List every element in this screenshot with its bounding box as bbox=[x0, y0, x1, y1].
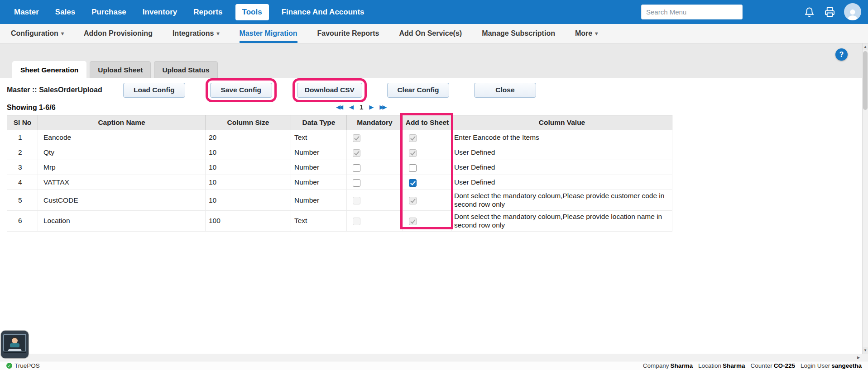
location-label: Location bbox=[698, 362, 721, 369]
table-row: 2 Qty 10 Number User Defined bbox=[7, 145, 672, 160]
header-caption-name: Caption Name bbox=[38, 115, 206, 130]
header-column-size: Column Size bbox=[206, 115, 291, 130]
truepos-taskbar-icon[interactable] bbox=[1, 331, 29, 358]
location-value: Sharma bbox=[723, 362, 745, 369]
columns-table: Sl No Caption Name Column Size Data Type… bbox=[7, 115, 672, 232]
horizontal-scrollbar[interactable]: ▶ bbox=[0, 354, 862, 361]
cell-column-value: Enter Eancode of the Items bbox=[452, 130, 672, 145]
nav-master[interactable]: Master bbox=[14, 8, 39, 17]
cell-column-size: 10 bbox=[206, 160, 291, 175]
chevron-down-icon: ▾ bbox=[61, 30, 64, 37]
first-page-icon[interactable]: ◀◀ bbox=[336, 104, 343, 110]
vertical-scroll-thumb[interactable] bbox=[863, 51, 868, 110]
subnav-master-migration[interactable]: Master Migration bbox=[240, 24, 297, 43]
context-label: Master :: SalesOrderUpload bbox=[7, 86, 102, 94]
top-navbar: Master Sales Purchase Inventory Reports … bbox=[0, 0, 868, 24]
cell-mandatory bbox=[347, 145, 403, 160]
scroll-down-icon[interactable]: ▼ bbox=[863, 347, 868, 354]
company-value: Sharma bbox=[671, 362, 693, 369]
save-config-button[interactable]: Save Config bbox=[210, 83, 272, 98]
subnav-integrations-label: Integrations bbox=[173, 29, 214, 38]
cell-mandatory bbox=[347, 175, 403, 190]
brand: TruePOS bbox=[6, 362, 40, 369]
cell-column-size: 10 bbox=[206, 190, 291, 211]
table-row: 6 Location 100 Text Dont select the mand… bbox=[7, 210, 672, 231]
cell-sl-no: 4 bbox=[7, 175, 38, 190]
mandatory-checkbox[interactable] bbox=[353, 179, 360, 187]
cell-mandatory bbox=[347, 130, 403, 145]
mandatory-checkbox bbox=[353, 218, 360, 225]
nav-purchase[interactable]: Purchase bbox=[91, 8, 126, 17]
cell-caption-name: VATTAX bbox=[38, 175, 206, 190]
clear-config-button[interactable]: Clear Config bbox=[387, 83, 449, 98]
session-info: CompanySharma LocationSharma CounterCO-2… bbox=[643, 362, 862, 369]
cell-sl-no: 6 bbox=[7, 210, 38, 231]
download-csv-button[interactable]: Download CSV bbox=[297, 83, 362, 98]
status-bar: TruePOS CompanySharma LocationSharma Cou… bbox=[0, 361, 868, 370]
mandatory-checkbox bbox=[353, 197, 360, 204]
previous-page-icon[interactable]: ◀ bbox=[349, 104, 354, 110]
help-button[interactable]: ? bbox=[835, 48, 848, 61]
header-data-type: Data Type bbox=[291, 115, 347, 130]
cell-mandatory bbox=[347, 190, 403, 211]
load-config-button[interactable]: Load Config bbox=[123, 83, 185, 98]
cell-mandatory bbox=[347, 210, 403, 231]
cell-column-value: Dont select the mandatory coloum,Please … bbox=[452, 210, 672, 231]
cell-column-value: User Defined bbox=[452, 145, 672, 160]
search-input[interactable] bbox=[641, 5, 743, 19]
mandatory-checkbox bbox=[353, 134, 360, 142]
cell-add-to-sheet bbox=[403, 130, 452, 145]
subnav-more-label: More bbox=[575, 29, 592, 38]
nav-tools[interactable]: Tools bbox=[235, 4, 269, 20]
cell-column-value: User Defined bbox=[452, 175, 672, 190]
subnav-master-migration-label: Master Migration bbox=[240, 29, 297, 38]
status-ok-icon bbox=[6, 363, 12, 369]
cell-caption-name: Mrp bbox=[38, 160, 206, 175]
company-label: Company bbox=[643, 362, 669, 369]
notifications-bell-icon[interactable] bbox=[804, 7, 815, 18]
close-button[interactable]: Close bbox=[474, 83, 536, 98]
add-to-sheet-checkbox[interactable] bbox=[409, 164, 417, 172]
subnav-integrations[interactable]: Integrations ▾ bbox=[173, 24, 220, 43]
table-row: 1 Eancode 20 Text Enter Eancode of the I… bbox=[7, 130, 672, 145]
nav-sales[interactable]: Sales bbox=[55, 8, 75, 17]
chevron-down-icon: ▾ bbox=[595, 30, 598, 37]
scrollbar-corner bbox=[862, 354, 868, 361]
subnav-add-on-services[interactable]: Add On Service(s) bbox=[399, 24, 462, 43]
subnav-more[interactable]: More ▾ bbox=[575, 24, 598, 43]
scroll-up-icon[interactable]: ▲ bbox=[863, 43, 868, 50]
nav-finance-and-accounts[interactable]: Finance And Accounts bbox=[282, 8, 364, 17]
add-to-sheet-checkbox[interactable] bbox=[409, 179, 417, 187]
user-avatar[interactable] bbox=[844, 3, 861, 20]
subnav-addon-provisioning[interactable]: Addon Provisioning bbox=[84, 24, 153, 43]
vertical-scrollbar[interactable]: ▲ ▼ bbox=[862, 43, 868, 354]
header-mandatory: Mandatory bbox=[347, 115, 403, 130]
scroll-right-icon[interactable]: ▶ bbox=[855, 354, 862, 361]
cell-column-size: 10 bbox=[206, 145, 291, 160]
subnav-manage-subscription[interactable]: Manage Subscription bbox=[482, 24, 555, 43]
sheet-tabs: Sheet Generation Upload Sheet Upload Sta… bbox=[12, 61, 218, 78]
nav-inventory[interactable]: Inventory bbox=[143, 8, 177, 17]
next-page-icon[interactable]: ▶ bbox=[369, 104, 374, 110]
cell-sl-no: 1 bbox=[7, 130, 38, 145]
cell-add-to-sheet bbox=[403, 210, 452, 231]
subnav-favourite-reports[interactable]: Favourite Reports bbox=[317, 24, 379, 43]
tab-upload-sheet[interactable]: Upload Sheet bbox=[90, 61, 151, 78]
nav-reports[interactable]: Reports bbox=[193, 8, 222, 17]
table-row: 4 VATTAX 10 Number User Defined bbox=[7, 175, 672, 190]
table-row: 3 Mrp 10 Number User Defined bbox=[7, 160, 672, 175]
last-page-icon[interactable]: ▶▶ bbox=[379, 104, 387, 110]
cell-caption-name: CustCODE bbox=[38, 190, 206, 211]
tab-upload-status[interactable]: Upload Status bbox=[154, 61, 217, 78]
cell-data-type: Number bbox=[291, 175, 347, 190]
brand-label: TruePOS bbox=[14, 362, 40, 369]
company-field: CompanySharma bbox=[643, 362, 693, 369]
tab-sheet-generation[interactable]: Sheet Generation bbox=[12, 61, 86, 78]
counter-value: CO-225 bbox=[774, 362, 795, 369]
subnav-configuration[interactable]: Configuration ▾ bbox=[11, 24, 64, 43]
add-to-sheet-checkbox bbox=[409, 149, 417, 157]
printer-icon[interactable] bbox=[825, 7, 835, 17]
mandatory-checkbox[interactable] bbox=[353, 164, 360, 172]
cell-data-type: Number bbox=[291, 190, 347, 211]
content-area: ? Sheet Generation Upload Sheet Upload S… bbox=[0, 43, 868, 354]
